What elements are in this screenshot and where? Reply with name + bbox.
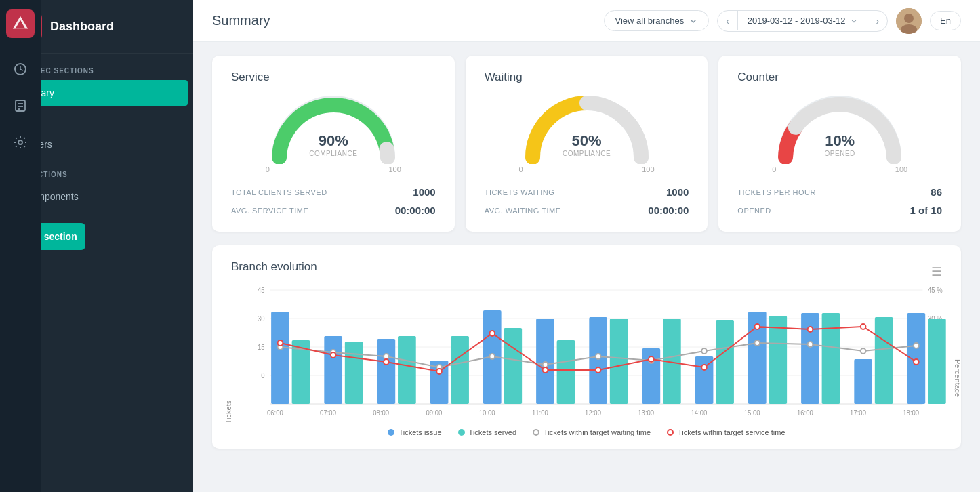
svg-text:0: 0 [261, 372, 265, 380]
main-content: Summary View all branches ‹ 2019-03-12 -… [193, 0, 980, 492]
svg-text:15:00: 15:00 [744, 409, 760, 417]
cards-row: Service 90% COMPLIANCE [212, 56, 961, 232]
svg-point-73 [596, 354, 601, 359]
svg-text:17:00: 17:00 [850, 409, 866, 417]
svg-text:45 %: 45 % [928, 287, 943, 294]
svg-text:12:00: 12:00 [585, 409, 601, 417]
counter-gauge: 10% OPENED 0 100 [737, 89, 942, 173]
svg-point-9 [18, 140, 22, 144]
date-next-button[interactable]: › [867, 11, 887, 31]
svg-rect-43 [377, 339, 396, 404]
counter-card-title: Counter [737, 70, 942, 84]
service-card-title: Service [231, 70, 436, 84]
legend-tickets-issue: Tickets issue [388, 428, 441, 436]
svg-point-92 [914, 359, 919, 365]
legend-dot-gray [533, 429, 539, 436]
legend-service-target: Tickets within target service time [667, 428, 785, 436]
svg-point-11 [904, 14, 914, 23]
dashboard-icon[interactable] [8, 57, 33, 81]
language-button[interactable]: En [930, 11, 961, 30]
svg-point-82 [384, 359, 389, 365]
legend-tickets-served: Tickets served [458, 428, 517, 436]
waiting-card-title: Waiting [485, 70, 689, 84]
svg-text:18:00: 18:00 [903, 409, 919, 417]
waiting-card: Waiting 50% COMPLIANCE [466, 56, 708, 232]
service-card: Service 90% COMPLIANCE [212, 56, 455, 232]
counter-gauge-sub: OPENED [825, 150, 855, 157]
chart-area: Tickets Percentage 45 30 15 0 45 % [231, 283, 942, 436]
svg-text:16:00: 16:00 [797, 409, 813, 417]
svg-point-81 [331, 352, 336, 358]
svg-rect-42 [324, 336, 342, 404]
service-stats: TOTAL CLIENTS SERVED 1000 AVG. SERVICE T… [231, 183, 436, 220]
date-prev-button[interactable]: ‹ [718, 11, 737, 31]
reports-icon[interactable] [8, 94, 33, 118]
chart-menu-icon[interactable]: ☰ [931, 264, 942, 279]
svg-point-83 [436, 369, 442, 374]
svg-text:06:00: 06:00 [267, 409, 283, 417]
branch-evolution-card: Branch evolution ☰ Tickets Percentage [212, 245, 961, 449]
svg-rect-59 [557, 340, 575, 404]
counter-card: Counter 10% OPENED [718, 56, 961, 232]
chart-title: Branch evolution [231, 260, 317, 274]
svg-point-90 [808, 327, 813, 332]
waiting-gauge-sub: COMPLIANCE [563, 150, 611, 157]
svg-point-87 [649, 356, 654, 362]
topbar: Summary View all branches ‹ 2019-03-12 -… [193, 0, 980, 42]
waiting-gauge-percent: 50% [563, 132, 611, 150]
svg-text:15: 15 [258, 344, 265, 351]
svg-text:Tickets: Tickets [224, 401, 232, 424]
svg-text:11:00: 11:00 [532, 409, 548, 417]
svg-rect-65 [875, 317, 893, 404]
service-gauge-sub: COMPLIANCE [309, 150, 357, 157]
svg-rect-49 [695, 356, 714, 404]
legend-dot-red [667, 429, 674, 436]
branches-dropdown[interactable]: View all branches [604, 10, 710, 31]
svg-text:10:00: 10:00 [479, 409, 495, 417]
svg-text:30: 30 [258, 315, 265, 323]
svg-point-78 [861, 348, 866, 354]
counter-gauge-percent: 10% [825, 132, 855, 150]
svg-rect-64 [822, 313, 840, 404]
svg-point-88 [701, 365, 707, 370]
svg-rect-47 [589, 317, 607, 404]
sidebar-logo-small [6, 9, 35, 38]
legend-waiting-target: Tickets within target waiting time [533, 428, 651, 436]
svg-rect-63 [769, 316, 787, 404]
svg-text:08:00: 08:00 [373, 409, 389, 417]
sidebar: Dashboard WAVETEC SECTIONS Summary Telle… [0, 0, 193, 492]
svg-point-85 [543, 367, 548, 373]
service-gauge: 90% COMPLIANCE 0 100 [231, 89, 436, 173]
legend-dot-blue [388, 429, 394, 436]
svg-point-76 [754, 340, 760, 346]
svg-point-86 [596, 367, 601, 373]
sidebar-title: Dashboard [50, 20, 114, 34]
svg-rect-52 [854, 359, 872, 404]
page-title: Summary [212, 13, 596, 28]
svg-rect-55 [345, 342, 363, 404]
waiting-stats: TICKETS WAITING 1000 AVG. WAITING TIME 0… [485, 183, 689, 220]
chart-legend: Tickets issue Tickets served Tickets wit… [231, 428, 942, 436]
waiting-gauge: 50% COMPLIANCE 0 100 [485, 89, 689, 173]
chart-svg: Tickets Percentage 45 30 15 0 45 % [231, 283, 942, 419]
avatar[interactable] [896, 8, 922, 34]
svg-point-77 [808, 342, 813, 347]
svg-point-84 [489, 331, 495, 336]
svg-rect-66 [928, 319, 946, 404]
content-area: Service 90% COMPLIANCE [193, 42, 980, 462]
svg-point-80 [278, 340, 283, 346]
service-gauge-percent: 90% [309, 132, 357, 150]
svg-point-71 [489, 354, 495, 359]
svg-rect-60 [610, 319, 628, 404]
svg-rect-62 [716, 320, 734, 404]
settings-icon[interactable] [8, 130, 33, 155]
svg-text:07:00: 07:00 [320, 409, 336, 417]
svg-point-75 [701, 348, 707, 354]
counter-stats: TICKETS PER HOUR 86 OPENED 1 of 10 [737, 183, 942, 220]
svg-point-69 [384, 354, 389, 359]
date-nav: ‹ 2019-03-12 - 2019-03-12 › [717, 10, 888, 32]
svg-point-91 [861, 324, 866, 329]
svg-rect-58 [504, 328, 522, 404]
svg-rect-56 [398, 336, 416, 404]
svg-text:45: 45 [258, 287, 265, 294]
